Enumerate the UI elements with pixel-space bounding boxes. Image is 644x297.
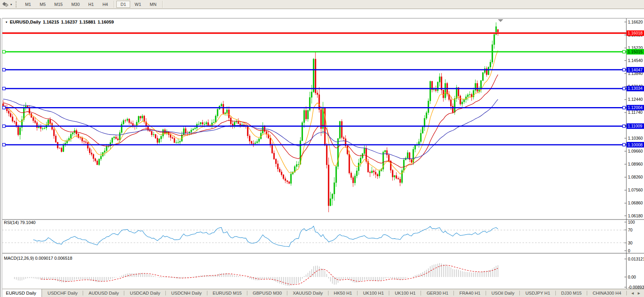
chart-tab-audusd-daily[interactable]: AUDUSD Daily [83, 289, 124, 297]
timeframe-button-w1[interactable]: W1 [131, 1, 145, 8]
svg-text:0.013121: 0.013121 [628, 257, 644, 261]
svg-text:30: 30 [628, 241, 633, 245]
chart-tab-china300-h4[interactable]: CHINA300 H4 [587, 289, 627, 297]
level-line-1.15015[interactable] [2, 50, 626, 53]
tab-scroll-right-icon[interactable]: ▶ [638, 292, 640, 295]
price-badge-1.13034[interactable]: 1.13034 [627, 86, 644, 91]
chart-tab-usdjpy-h1[interactable]: USDJPY H1 [520, 289, 555, 297]
level-handle[interactable] [3, 143, 5, 146]
svg-text:70: 70 [628, 228, 633, 232]
chart-tab-bar: EURUSD DailyUSDCHF DailyAUDUSD DailyUSDC… [0, 289, 644, 297]
chevron-down-icon: ▼ [10, 3, 13, 6]
chart-shift-marker[interactable] [498, 19, 503, 22]
chart-tab-uk100-h1[interactable]: UK100 H1 [389, 289, 421, 297]
chart-tools-icon [2, 2, 9, 7]
level-line-1.10008[interactable] [2, 143, 626, 146]
svg-text:1.15015: 1.15015 [628, 49, 643, 54]
symbol-period-label: EURUSD,Daily [10, 20, 41, 24]
level-handle[interactable] [623, 68, 626, 71]
ma-line-ema-fast [3, 51, 498, 174]
mt4-application-window: ▼ M1M5M15M30H1H4D1W1MN 1.166201.159201.1… [0, 0, 644, 297]
macd-histogram [15, 263, 498, 286]
level-handle[interactable] [3, 87, 5, 90]
level-handle[interactable] [623, 106, 626, 109]
svg-text:1.12004: 1.12004 [628, 105, 643, 110]
price-axis: 1.166201.159201.152201.145401.138401.131… [624, 18, 643, 289]
chart-window[interactable]: 1.166201.159201.152201.145401.138401.131… [0, 9, 644, 289]
price-badge-1.12004[interactable]: 1.12004 [627, 105, 644, 110]
timeframe-buttons: M1M5M15M30H1H4D1W1MN [21, 1, 165, 8]
price-badge-1.10008[interactable]: 1.10008 [627, 142, 644, 148]
chart-tools-button[interactable]: ▼ [0, 2, 15, 7]
svg-text:100: 100 [628, 220, 635, 224]
chart-tab-xauusd-daily[interactable]: XAUUSD Daily [287, 289, 328, 297]
level-handle[interactable] [3, 125, 5, 128]
chevron-down-icon: ▼ [5, 21, 8, 24]
svg-text:1.06180: 1.06180 [628, 213, 643, 218]
svg-text:1.11740: 1.11740 [628, 110, 642, 115]
chart-tab-hk50-h1[interactable]: HK50 H1 [328, 289, 358, 297]
timeframe-button-h4[interactable]: H4 [98, 1, 112, 8]
ohlc-close: 1.16059 [98, 20, 114, 24]
chart-tab-fra40-h1[interactable]: FRA40 H1 [454, 289, 486, 297]
timeframe-button-h1[interactable]: H1 [84, 1, 98, 8]
chart-tab-gbpusd-m30[interactable]: GBPUSD M30 [247, 289, 287, 297]
chart-title: ▼ EURUSD,Daily 1.16215 1.16237 1.15881 1… [5, 20, 114, 24]
chart-tab-usdchf-daily[interactable]: USDCHF Daily [42, 289, 83, 297]
svg-text:1.14047: 1.14047 [628, 67, 643, 72]
tab-scroll-left-icon[interactable]: ◀ [631, 292, 634, 295]
timeframe-button-m1[interactable]: M1 [21, 1, 35, 8]
macd-panel: 0.0131210.00-0.008933 [624, 257, 644, 290]
timeframe-toolbar: ▼ M1M5M15M30H1H4D1W1MN [0, 0, 644, 9]
window-left-edge [0, 18, 2, 297]
svg-text:1.07560: 1.07560 [628, 188, 643, 192]
chart-tab-usoil-daily[interactable]: USOil Daily [486, 289, 520, 297]
macd-name: MACD(12,26,9) [4, 256, 34, 261]
price-badge-1.16018[interactable]: 1.16018 [627, 30, 644, 36]
level-handle[interactable] [623, 50, 626, 53]
level-handle[interactable] [3, 106, 5, 109]
chart-canvas[interactable]: 1.166201.159201.152201.145401.138401.131… [0, 9, 644, 297]
chart-tab-dj30-m15[interactable]: DJ30 M15 [556, 289, 587, 297]
timeframe-button-mn[interactable]: MN [146, 1, 160, 8]
rsi-indicator-label: RSI(14) 79.1040 [4, 220, 36, 225]
chart-tab-ger30-h1[interactable]: GER30 H1 [421, 289, 454, 297]
level-line-1.11009[interactable] [2, 125, 626, 128]
chart-tab-usdcnh-daily[interactable]: USDCNH Daily [166, 289, 207, 297]
svg-text:1.06860: 1.06860 [628, 200, 643, 205]
chart-tabs: EURUSD DailyUSDCHF DailyAUDUSD DailyUSDC… [0, 289, 627, 297]
timeframe-button-m15[interactable]: M15 [51, 1, 67, 8]
ohlc-low: 1.15881 [79, 20, 96, 24]
level-handle[interactable] [623, 87, 626, 90]
level-handle[interactable] [623, 143, 626, 146]
price-badge-1.14047[interactable]: 1.14047 [627, 67, 644, 73]
svg-text:0: 0 [628, 248, 630, 253]
timeframe-button-m5[interactable]: M5 [36, 1, 49, 8]
tab-scroll-arrows: ◀ ▶ [627, 289, 644, 297]
timeframe-button-m30[interactable]: M30 [67, 1, 83, 8]
timeframe-button-d1[interactable]: D1 [116, 1, 130, 8]
svg-text:0.00: 0.00 [628, 275, 636, 279]
chart-tab-eurusd-m15[interactable]: EURUSD M15 [207, 289, 247, 297]
svg-text:1.12440: 1.12440 [628, 97, 643, 102]
svg-text:1.10360: 1.10360 [628, 136, 643, 140]
svg-text:1.10008: 1.10008 [628, 142, 643, 147]
chart-tab-uk100-h1[interactable]: UK100 H1 [357, 289, 389, 297]
level-handle[interactable] [623, 125, 626, 128]
chart-tab-eurusd-daily[interactable]: EURUSD Daily [0, 289, 42, 297]
svg-text:1.09660: 1.09660 [628, 149, 643, 153]
ohlc-high: 1.16237 [61, 20, 78, 24]
price-badge-1.11009[interactable]: 1.11009 [627, 124, 644, 129]
price-badge-1.15015[interactable]: 1.15015 [627, 49, 644, 55]
rsi-line [33, 226, 498, 247]
svg-text:1.13034: 1.13034 [628, 86, 643, 91]
level-handle[interactable] [3, 68, 5, 71]
macd-values: 0.009017 0.006518 [35, 256, 72, 261]
svg-text:1.08960: 1.08960 [628, 162, 643, 166]
candles-layer [3, 22, 499, 212]
toolbar-grip-handle[interactable] [16, 1, 19, 7]
svg-text:1.16018: 1.16018 [628, 31, 643, 35]
level-handle[interactable] [3, 50, 5, 53]
chart-tab-usdcad-daily[interactable]: USDCAD Daily [124, 289, 165, 297]
macd-signal-line [41, 265, 498, 284]
